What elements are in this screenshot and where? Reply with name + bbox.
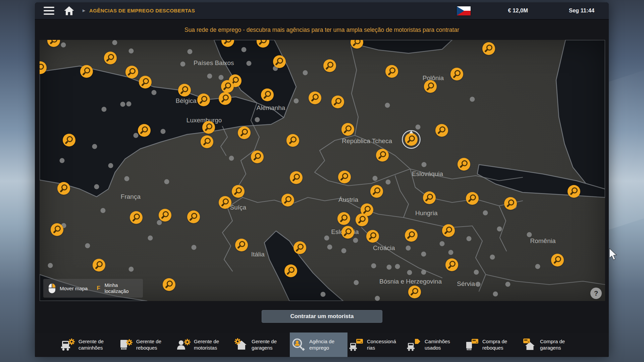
toolbar-item-employment-agency[interactable]: Agência de emprego [290,333,347,357]
agency-marker[interactable] [408,286,421,298]
agency-marker[interactable] [104,52,117,64]
agency-marker[interactable] [458,158,470,171]
agency-marker[interactable] [51,223,63,236]
undiscovered-city-dot [60,158,65,163]
agency-marker[interactable] [273,55,286,68]
toolbar-item-trailer-purchase[interactable]: Compra de reboques [463,333,521,357]
agency-marker[interactable] [219,92,231,105]
agency-marker[interactable] [197,94,210,106]
agency-marker[interactable] [331,96,344,108]
agency-marker[interactable] [125,66,138,78]
agency-marker[interactable] [424,80,437,93]
agency-marker[interactable] [290,171,303,184]
undiscovered-city-dot [192,245,197,250]
agency-marker[interactable] [159,209,171,222]
toolbar-item-truck-manager[interactable]: Gerente de caminhões [59,333,117,357]
toolbar-item-label: Compra de reboques [482,339,518,351]
agency-marker[interactable] [286,134,299,147]
toolbar-item-garage-purchase[interactable]: Compra de garagens [521,333,578,357]
undiscovered-city-dot [148,236,153,241]
agency-marker[interactable] [568,185,580,198]
agency-marker[interactable] [504,197,517,210]
agency-marker[interactable] [130,211,143,224]
agency-marker[interactable] [80,65,93,78]
agency-marker[interactable] [178,84,191,97]
undiscovered-city-dot [406,245,411,250]
agency-marker[interactable] [338,171,351,183]
toolbar-item-label: Gerente de garagens [252,339,287,351]
menu-icon[interactable] [44,7,54,15]
undiscovered-city-dot [493,291,498,296]
agency-marker[interactable] [366,230,379,243]
agency-marker[interactable] [341,226,354,239]
undiscovered-city-dot [255,117,260,122]
agency-marker[interactable] [93,259,105,272]
agency-marker[interactable] [405,229,418,242]
agency-marker[interactable] [435,124,448,137]
agency-marker[interactable] [370,185,383,198]
agency-marker[interactable] [356,214,368,226]
agency-marker[interactable] [341,123,354,136]
czech-flag-icon [457,6,471,15]
agency-map[interactable]: Países BaixosBélgicaLuxemburgoAlemanhaPo… [40,40,605,301]
agency-marker[interactable] [261,88,274,101]
undiscovered-city-dot [421,251,426,256]
agency-marker[interactable] [442,224,455,237]
toolbar-item-dealers[interactable]: Concessioná rias [347,333,405,357]
agency-marker[interactable] [551,254,564,266]
agency-marker[interactable] [284,264,297,277]
undiscovered-city-dot [126,101,131,106]
undiscovered-city-dot [466,236,471,241]
undiscovered-city-dot [303,70,308,75]
agency-marker[interactable] [221,80,234,93]
agency-marker[interactable] [219,196,231,209]
agency-marker[interactable] [232,185,245,198]
agency-marker[interactable] [187,210,200,223]
country-label: Bélgica [176,97,197,105]
undiscovered-city-dot [421,270,426,275]
agency-marker[interactable] [201,135,213,148]
agency-marker[interactable] [139,76,152,88]
agency-marker[interactable] [63,134,75,146]
help-button[interactable]: ? [590,288,602,299]
agency-marker[interactable] [293,241,306,254]
agency-marker[interactable] [57,182,70,195]
agency-marker[interactable] [376,149,389,162]
undiscovered-city-dot [327,244,332,249]
home-icon[interactable] [64,6,75,16]
employment-agency-screen: ▶ AGÊNCIAS DE EMPREGO DESCOBERTAS € 12,0… [35,2,609,357]
undiscovered-city-dot [246,61,251,66]
agency-marker[interactable] [482,42,495,55]
undiscovered-city-dot [324,236,329,241]
undiscovered-city-dot [92,144,97,149]
undiscovered-city-dot [164,179,169,184]
agency-marker[interactable] [423,191,436,204]
agency-marker[interactable] [138,124,151,137]
toolbar-item-garage-manager[interactable]: Gerente de garagens [232,333,290,357]
agency-marker[interactable] [202,121,215,134]
f-key-hint: F [97,285,100,292]
agency-marker-selected[interactable] [405,133,418,146]
agency-marker[interactable] [385,65,398,78]
hire-driver-button[interactable]: Contratar um motorista [262,310,382,323]
agency-marker[interactable] [235,239,248,251]
agency-marker[interactable] [337,212,350,225]
country-label: Polônia [423,74,444,82]
agency-marker[interactable] [445,258,458,271]
agency-marker[interactable] [163,278,175,291]
toolbar-item-used-trucks[interactable]: Caminhões usados [405,333,463,357]
agency-marker[interactable] [466,192,479,205]
agency-marker[interactable] [281,194,294,206]
toolbar-item-driver-manager[interactable]: Gerente de motoristas [174,333,232,357]
toolbar-item-label: Concessioná rias [367,339,402,351]
breadcrumb: AGÊNCIAS DE EMPREGO DESCOBERTAS [89,8,195,13]
agency-marker[interactable] [323,59,336,72]
toolbar-item-trailer-manager[interactable]: Gerente de reboques [117,333,174,357]
agency-marker[interactable] [309,92,321,104]
agency-marker[interactable] [251,150,264,163]
country-label: Alemanha [257,104,285,112]
country-label: Suíça [230,204,246,211]
toolbar-item-label: Compra de garagens [540,339,576,351]
agency-marker[interactable] [238,126,251,139]
agency-marker[interactable] [450,68,463,80]
